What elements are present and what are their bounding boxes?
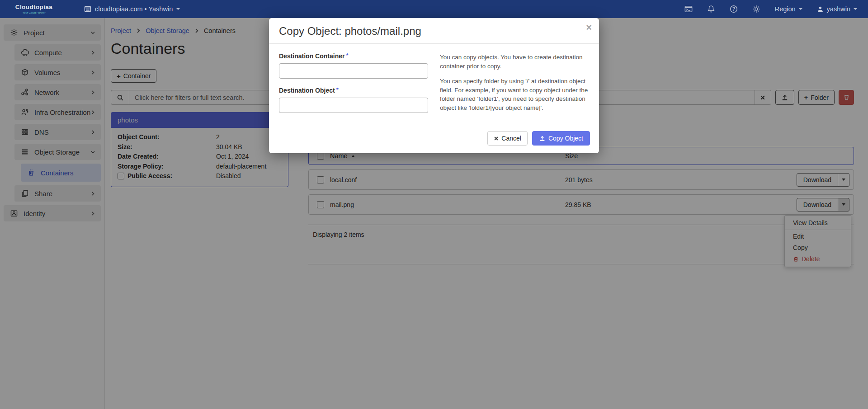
brand-logo[interactable]: Cloudtopiaa Your Cloud Partner — [0, 4, 68, 14]
required-asterisk: * — [336, 86, 339, 93]
modal-footer: Cancel Copy Object — [269, 125, 599, 153]
chevron-down-icon — [799, 8, 802, 10]
region-label: Region — [775, 5, 796, 13]
submit-label: Copy Object — [548, 135, 583, 142]
close-icon[interactable]: × — [586, 23, 592, 33]
brand-tagline: Your Cloud Partner — [0, 11, 68, 14]
help-icon[interactable] — [730, 5, 738, 13]
help-paragraph: You can copy objects. You have to create… — [440, 53, 589, 71]
modal-help-text: You can copy objects. You have to create… — [440, 52, 589, 113]
cancel-label: Cancel — [501, 135, 521, 142]
brand-name: Cloudtopiaa — [0, 4, 68, 10]
field-label-text: Destination Container — [279, 52, 344, 60]
destination-object-label: Destination Object* — [279, 87, 339, 94]
destination-container-field: Destination Container* — [279, 52, 440, 79]
modal-body: Destination Container* Destination Objec… — [269, 44, 599, 125]
help-paragraph: You can specify folder by using '/' at d… — [440, 77, 589, 112]
copy-object-submit-button[interactable]: Copy Object — [532, 131, 590, 146]
destination-object-field: Destination Object* — [279, 86, 440, 113]
upload-icon — [539, 135, 546, 142]
chevron-down-icon — [176, 8, 180, 10]
chevron-down-icon — [854, 8, 857, 10]
modal-title: Copy Object: photos/mail.png — [279, 25, 589, 38]
console-icon[interactable] — [684, 5, 693, 13]
user-menu[interactable]: yashwin — [817, 5, 857, 13]
user-icon — [817, 6, 824, 13]
navbar-right: Region yashwin — [684, 5, 868, 13]
required-asterisk: * — [346, 52, 348, 59]
modal-header: Copy Object: photos/mail.png × — [269, 18, 599, 44]
notifications-bell-icon[interactable] — [707, 5, 715, 13]
region-menu[interactable]: Region — [775, 5, 802, 13]
modal-form: Destination Container* Destination Objec… — [279, 52, 440, 113]
top-navbar: Cloudtopiaa Your Cloud Partner cloudtopi… — [0, 0, 868, 18]
domain-icon — [84, 5, 91, 13]
destination-container-input[interactable] — [279, 63, 428, 79]
copy-object-modal: Copy Object: photos/mail.png × Destinati… — [269, 18, 599, 153]
settings-gear-icon[interactable] — [752, 5, 760, 13]
cancel-button[interactable]: Cancel — [487, 131, 528, 146]
project-switcher[interactable]: cloudtopiaa.com • Yashwin — [84, 5, 180, 13]
destination-object-input[interactable] — [279, 98, 428, 113]
username-label: yashwin — [827, 5, 850, 13]
x-icon — [494, 136, 499, 141]
project-switcher-label: cloudtopiaa.com • Yashwin — [95, 5, 173, 13]
field-label-text: Destination Object — [279, 87, 335, 94]
destination-container-label: Destination Container* — [279, 52, 349, 60]
